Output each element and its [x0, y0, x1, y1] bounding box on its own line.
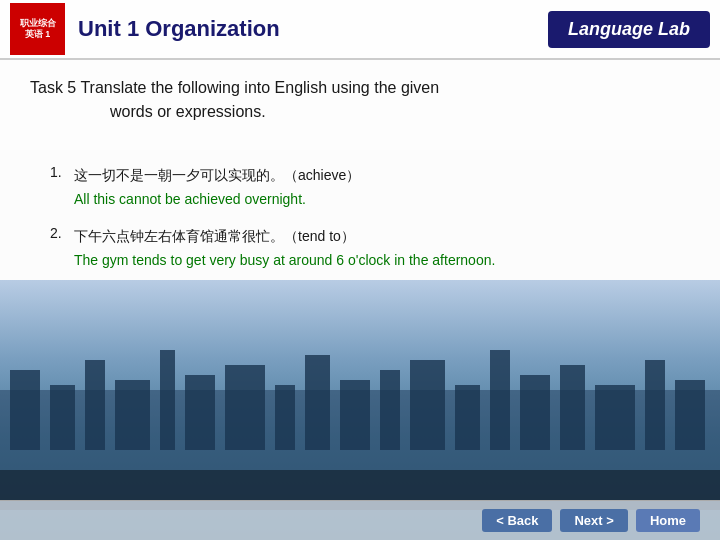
logo-line1: 职业综合 — [20, 18, 56, 29]
logo-box: 职业综合 英语 1 — [10, 3, 65, 55]
item-1-chinese: 这一切不是一朝一夕可以实现的。（achieve） — [74, 164, 690, 186]
logo-line2: 英语 1 — [25, 29, 51, 40]
item-2-number: 2. — [50, 225, 68, 272]
city-silhouette — [0, 330, 720, 510]
svg-rect-12 — [410, 360, 445, 450]
item-1-content: 这一切不是一朝一夕可以实现的。（achieve） All this cannot… — [74, 164, 690, 211]
item-1-english: All this cannot be achieved overnight. — [74, 188, 690, 210]
svg-rect-17 — [595, 385, 635, 450]
svg-rect-2 — [50, 385, 75, 450]
item-2-chinese: 下午六点钟左右体育馆通常很忙。（tend to） — [74, 225, 690, 247]
svg-rect-19 — [675, 380, 705, 450]
svg-rect-7 — [225, 365, 265, 450]
task-heading-line1: Task 5 Translate the following into Engl… — [30, 79, 439, 96]
svg-rect-14 — [490, 350, 510, 450]
svg-rect-13 — [455, 385, 480, 450]
item-1-number: 1. — [50, 164, 68, 211]
svg-rect-15 — [520, 375, 550, 450]
svg-rect-6 — [185, 375, 215, 450]
item-2-english: The gym tends to get very busy at around… — [74, 249, 690, 271]
svg-rect-5 — [160, 350, 175, 450]
task-heading: Task 5 Translate the following into Engl… — [30, 76, 690, 124]
task-area: Task 5 Translate the following into Engl… — [0, 60, 720, 150]
header: 职业综合 英语 1 Unit 1 Organization Language L… — [0, 0, 720, 60]
svg-rect-9 — [305, 355, 330, 450]
list-item: 2. 下午六点钟左右体育馆通常很忙。（tend to） The gym tend… — [50, 225, 690, 272]
main-content: 职业综合 英语 1 Unit 1 Organization Language L… — [0, 0, 720, 540]
svg-rect-18 — [645, 360, 665, 450]
item-2-row: 2. 下午六点钟左右体育馆通常很忙。（tend to） The gym tend… — [50, 225, 690, 272]
svg-rect-16 — [560, 365, 585, 450]
svg-rect-3 — [85, 360, 105, 450]
item-2-content: 下午六点钟左右体育馆通常很忙。（tend to） The gym tends t… — [74, 225, 690, 272]
item-1-row: 1. 这一切不是一朝一夕可以实现的。（achieve） All this can… — [50, 164, 690, 211]
back-button[interactable]: < Back — [482, 509, 552, 532]
task-heading-line2: words or expressions. — [30, 103, 266, 120]
svg-rect-1 — [10, 370, 40, 450]
home-button[interactable]: Home — [636, 509, 700, 532]
unit-title: Unit 1 Organization — [73, 16, 548, 42]
bottom-navigation: < Back Next > Home — [0, 500, 720, 540]
svg-rect-8 — [275, 385, 295, 450]
svg-rect-4 — [115, 380, 150, 450]
language-lab-badge: Language Lab — [548, 11, 710, 48]
svg-rect-11 — [380, 370, 400, 450]
next-button[interactable]: Next > — [560, 509, 627, 532]
svg-rect-10 — [340, 380, 370, 450]
list-item: 1. 这一切不是一朝一夕可以实现的。（achieve） All this can… — [50, 164, 690, 211]
